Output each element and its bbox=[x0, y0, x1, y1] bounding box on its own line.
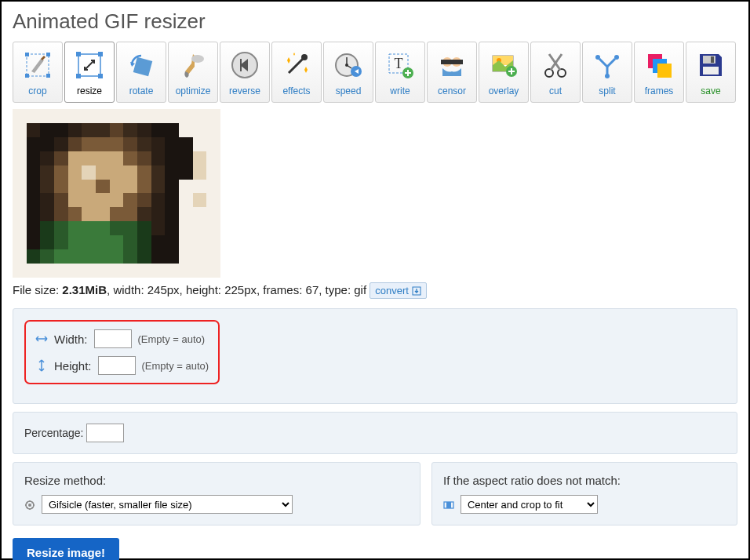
save-button[interactable]: save bbox=[686, 42, 736, 103]
svg-point-31 bbox=[605, 74, 610, 78]
speed-icon bbox=[331, 48, 366, 82]
width-input[interactable] bbox=[94, 329, 132, 348]
resize-button[interactable]: resize bbox=[64, 42, 115, 103]
convert-button[interactable]: convert bbox=[370, 282, 427, 299]
optimize-icon bbox=[176, 48, 210, 82]
rotate-button[interactable]: rotate bbox=[116, 42, 166, 103]
rotate-icon bbox=[124, 48, 158, 82]
toolbar: crop resize rotate optimize reverse effe… bbox=[13, 42, 737, 103]
width-label: Width: bbox=[54, 333, 88, 346]
svg-rect-8 bbox=[76, 74, 81, 78]
svg-text:T: T bbox=[395, 56, 403, 71]
download-icon bbox=[412, 286, 421, 296]
svg-rect-9 bbox=[98, 74, 103, 78]
tool-label: frames bbox=[645, 85, 674, 96]
effects-icon bbox=[279, 48, 314, 82]
svg-rect-37 bbox=[703, 67, 719, 75]
svg-rect-3 bbox=[25, 74, 29, 78]
svg-rect-10 bbox=[133, 57, 152, 76]
svg-point-30 bbox=[614, 55, 619, 60]
percentage-input[interactable] bbox=[86, 424, 124, 442]
height-icon bbox=[35, 359, 48, 372]
cut-button[interactable]: cut bbox=[530, 42, 581, 103]
method-label: Resize method: bbox=[24, 474, 409, 487]
speed-button[interactable]: speed bbox=[323, 42, 373, 103]
effects-button[interactable]: effects bbox=[271, 42, 322, 103]
svg-rect-7 bbox=[98, 52, 103, 56]
overlay-button[interactable]: overlay bbox=[479, 42, 529, 103]
tool-label: overlay bbox=[489, 85, 519, 96]
svg-point-27 bbox=[545, 69, 553, 77]
reverse-button[interactable]: reverse bbox=[220, 42, 270, 103]
method-select[interactable]: Gifsicle (faster, smaller file size) bbox=[42, 495, 293, 514]
svg-point-29 bbox=[595, 55, 600, 60]
height-label: Height: bbox=[54, 359, 92, 373]
svg-point-11 bbox=[191, 55, 204, 63]
svg-point-40 bbox=[28, 504, 31, 507]
aspect-select[interactable]: Center and crop to fit bbox=[461, 495, 598, 514]
tool-label: censor bbox=[438, 85, 466, 96]
svg-rect-22 bbox=[441, 60, 463, 64]
frames-icon bbox=[642, 48, 676, 82]
file-info: File size: 2.31MiB, width: 245px, height… bbox=[13, 282, 737, 299]
gear-icon bbox=[24, 500, 35, 511]
frames-button[interactable]: frames bbox=[634, 42, 684, 103]
crop-icon bbox=[20, 48, 55, 82]
svg-point-28 bbox=[558, 69, 566, 77]
resize-icon bbox=[72, 48, 107, 82]
aspect-label: If the aspect ratio does not match: bbox=[443, 474, 726, 487]
tool-label: resize bbox=[77, 85, 102, 96]
height-hint: (Empty = auto) bbox=[142, 360, 209, 372]
tool-label: effects bbox=[282, 85, 310, 96]
save-icon bbox=[694, 48, 728, 82]
tool-label: cut bbox=[549, 85, 562, 96]
aspect-panel: If the aspect ratio does not match: Cent… bbox=[431, 462, 737, 525]
svg-rect-6 bbox=[76, 52, 81, 56]
svg-rect-4 bbox=[46, 74, 50, 78]
percentage-label: Percentage: bbox=[24, 427, 84, 439]
page-title: Animated GIF resizer bbox=[13, 9, 737, 34]
tool-label: speed bbox=[336, 85, 362, 96]
split-button[interactable]: split bbox=[582, 42, 632, 103]
svg-point-13 bbox=[301, 54, 308, 60]
tool-label: reverse bbox=[229, 85, 260, 96]
svg-rect-34 bbox=[657, 64, 672, 78]
write-button[interactable]: T write bbox=[375, 42, 425, 103]
preview-image bbox=[13, 109, 220, 278]
crop-button[interactable]: crop bbox=[13, 42, 63, 103]
svg-rect-42 bbox=[446, 502, 451, 508]
percentage-panel: Percentage: bbox=[13, 412, 737, 454]
split-icon bbox=[590, 48, 624, 82]
tool-label: optimize bbox=[176, 85, 211, 96]
width-icon bbox=[35, 333, 48, 345]
reverse-icon bbox=[228, 48, 262, 82]
svg-rect-2 bbox=[46, 53, 50, 56]
tool-label: rotate bbox=[129, 85, 154, 96]
censor-icon bbox=[435, 48, 469, 82]
tool-label: write bbox=[390, 85, 410, 96]
dimensions-highlight: Width: (Empty = auto) Height: (Empty = a… bbox=[24, 320, 220, 384]
aspect-icon bbox=[443, 500, 454, 511]
tool-label: save bbox=[701, 85, 720, 96]
height-input[interactable] bbox=[98, 356, 136, 375]
svg-rect-1 bbox=[25, 53, 29, 56]
tool-label: crop bbox=[28, 85, 46, 96]
censor-button[interactable]: censor bbox=[427, 42, 477, 103]
dimensions-panel: Width: (Empty = auto) Height: (Empty = a… bbox=[13, 308, 737, 404]
overlay-icon bbox=[486, 48, 521, 82]
tool-label: split bbox=[599, 85, 615, 96]
width-hint: (Empty = auto) bbox=[138, 333, 206, 345]
optimize-button[interactable]: optimize bbox=[168, 42, 218, 103]
cut-icon bbox=[538, 48, 573, 82]
method-panel: Resize method: Gifsicle (faster, smaller… bbox=[13, 462, 421, 525]
write-icon: T bbox=[383, 48, 417, 82]
svg-rect-36 bbox=[711, 56, 714, 63]
resize-submit-button[interactable]: Resize image! bbox=[13, 538, 119, 560]
